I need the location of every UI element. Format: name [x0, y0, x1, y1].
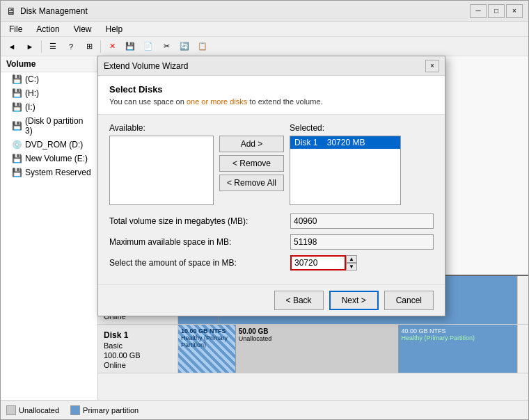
- total-volume-input[interactable]: [290, 213, 434, 229]
- next-button[interactable]: Next >: [329, 291, 379, 310]
- cancel-button[interactable]: Cancel: [384, 291, 434, 310]
- max-space-input[interactable]: [290, 234, 434, 250]
- selected-section: Selected: Disk 1 30720 MB: [290, 123, 401, 205]
- spin-buttons: ▲ ▼: [346, 255, 357, 270]
- add-button[interactable]: Add >: [219, 136, 284, 152]
- selected-disk-size: 30720 MB: [327, 138, 365, 147]
- max-space-label: Maximum available space in MB:: [109, 237, 290, 247]
- dialog-footer: < Back Next > Cancel: [98, 284, 445, 316]
- available-label: Available:: [109, 123, 214, 133]
- dialog-overlay: Extend Volume Wizard × Select Disks You …: [0, 0, 529, 420]
- disk-select-buttons: Add > < Remove < Remove All: [219, 123, 284, 191]
- dialog-header-desc: You can use space on one or more disks t…: [109, 97, 434, 106]
- available-section: Available:: [109, 123, 214, 205]
- selected-disk-name: Disk 1: [294, 138, 317, 147]
- extend-volume-dialog: Extend Volume Wizard × Select Disks You …: [97, 56, 445, 316]
- disk-select-area: Available: Add > < Remove < Remove All S…: [109, 123, 434, 205]
- space-amount-input[interactable]: [290, 255, 346, 270]
- selected-listbox[interactable]: Disk 1 30720 MB: [290, 136, 401, 205]
- remove-button[interactable]: < Remove: [219, 155, 284, 172]
- spin-up-button[interactable]: ▲: [346, 255, 357, 263]
- remove-all-button[interactable]: < Remove All: [219, 175, 284, 191]
- max-space-row: Maximum available space in MB:: [109, 234, 434, 250]
- dialog-header: Select Disks You can use space on one or…: [98, 76, 445, 115]
- total-volume-row: Total volume size in megabytes (MB):: [109, 213, 434, 229]
- selected-label: Selected:: [290, 123, 401, 133]
- dialog-title: Extend Volume Wizard: [104, 61, 188, 71]
- dialog-close-button[interactable]: ×: [425, 60, 439, 72]
- available-listbox[interactable]: [109, 136, 214, 205]
- back-button[interactable]: < Back: [274, 291, 324, 310]
- selected-disk1[interactable]: Disk 1 30720 MB: [290, 136, 400, 149]
- space-amount-label: Select the amount of space in MB:: [109, 258, 290, 268]
- space-amount-row: Select the amount of space in MB: ▲ ▼: [109, 255, 434, 270]
- dialog-title-bar: Extend Volume Wizard ×: [98, 56, 445, 76]
- total-volume-label: Total volume size in megabytes (MB):: [109, 216, 290, 226]
- spin-down-button[interactable]: ▼: [346, 263, 357, 270]
- highlight-text: one or more disks: [187, 97, 247, 106]
- dialog-header-title: Select Disks: [109, 84, 434, 95]
- spin-wrapper: ▲ ▼: [290, 255, 357, 270]
- dialog-content: Available: Add > < Remove < Remove All S…: [98, 115, 445, 284]
